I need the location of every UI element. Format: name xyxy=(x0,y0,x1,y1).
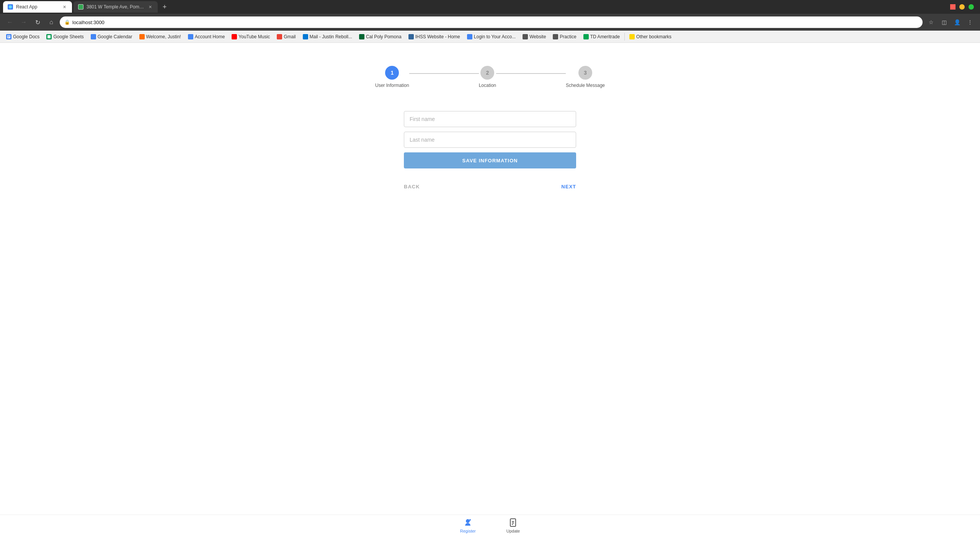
tab-close-maps[interactable]: ✕ xyxy=(147,4,153,10)
nav-label-register: Register xyxy=(460,529,476,533)
bookmark-td[interactable]: TD Ameritrade xyxy=(580,33,623,41)
tab-bar: React App ✕ 3801 W Temple Ave, Pomona, C… xyxy=(0,0,980,14)
address-bar[interactable]: 🔒 localhost:3000 xyxy=(60,16,923,28)
bookmark-login[interactable]: Login to Your Acco... xyxy=(464,33,519,41)
step-location: 2 Location xyxy=(479,66,496,88)
bookmark-favicon-other xyxy=(629,34,635,39)
bookmark-ihss[interactable]: IHSS Website - Home xyxy=(405,33,463,41)
step-number-2: 2 xyxy=(486,70,489,76)
bookmark-account-home[interactable]: Account Home xyxy=(185,33,228,41)
bookmark-website[interactable]: Website xyxy=(519,33,549,41)
address-text: localhost:3000 xyxy=(72,20,105,25)
first-name-input[interactable] xyxy=(404,111,576,127)
bookmark-favicon-login xyxy=(467,34,472,39)
bookmark-favicon-website xyxy=(523,34,528,39)
profile-button[interactable]: 👤 xyxy=(952,17,962,28)
user-info-form: SAVE INFORMATION xyxy=(404,111,576,168)
bookmark-youtube-music[interactable]: YouTube Music xyxy=(229,33,273,41)
step-number-1: 1 xyxy=(390,70,394,76)
next-button[interactable]: NEXT xyxy=(561,184,576,190)
nav-item-register[interactable]: Register xyxy=(460,518,476,533)
step-label-1: User Information xyxy=(375,83,409,88)
bookmark-favicon-ytmusic xyxy=(232,34,237,39)
bookmark-label-cal-poly: Cal Poly Pomona xyxy=(366,34,402,39)
bookmark-label-mail: Mail - Justin Reboll... xyxy=(310,34,352,39)
bookmark-favicon-gmail xyxy=(277,34,282,39)
tab-add-button[interactable]: + xyxy=(159,2,170,12)
toolbar-actions: ☆ ◫ 👤 ⋮ xyxy=(926,17,975,28)
step-schedule-message: 3 Schedule Message xyxy=(566,66,605,88)
svg-rect-4 xyxy=(8,36,10,37)
bookmark-favicon-docs xyxy=(6,34,11,39)
tab-favicon-react xyxy=(8,4,13,10)
bookmark-google-docs[interactable]: Google Docs xyxy=(3,33,42,41)
bookmark-star-button[interactable]: ☆ xyxy=(926,17,936,28)
bottom-navigation: Register Update xyxy=(0,515,980,536)
bookmarks-bar: Google Docs Google Sheets Google Calenda… xyxy=(0,31,980,43)
page-content: 1 User Information 2 Location 3 Schedule… xyxy=(0,43,980,515)
tab-react-app[interactable]: React App ✕ xyxy=(3,1,72,13)
svg-rect-6 xyxy=(47,35,51,38)
extensions-button[interactable]: ◫ xyxy=(939,17,949,28)
step-circle-2: 2 xyxy=(480,66,494,80)
bookmark-label-account: Account Home xyxy=(195,34,225,39)
bookmark-label-sheets: Google Sheets xyxy=(53,34,83,39)
bookmark-favicon-practice xyxy=(553,34,558,39)
svg-point-7 xyxy=(466,520,469,523)
step-line-1 xyxy=(409,73,479,74)
bookmark-label-td: TD Ameritrade xyxy=(590,34,620,39)
tab-title-maps: 3801 W Temple Ave, Pomona, C/... xyxy=(87,4,144,10)
bookmark-favicon-td xyxy=(583,34,589,39)
step-number-3: 3 xyxy=(584,70,587,76)
step-circle-3: 3 xyxy=(578,66,592,80)
bookmark-gmail[interactable]: Gmail xyxy=(274,33,299,41)
step-label-3: Schedule Message xyxy=(566,83,605,88)
window-close[interactable] xyxy=(950,4,956,10)
bookmark-label-website: Website xyxy=(529,34,546,39)
nav-label-update: Update xyxy=(506,529,520,533)
back-button[interactable]: BACK xyxy=(404,184,420,190)
bookmark-label-practice: Practice xyxy=(560,34,576,39)
save-information-button[interactable]: SAVE INFORMATION xyxy=(404,152,576,168)
window-minimize[interactable] xyxy=(959,4,965,10)
bookmark-other[interactable]: Other bookmarks xyxy=(626,33,675,41)
last-name-input[interactable] xyxy=(404,132,576,148)
bookmark-label-welcome: Welcome, Justin! xyxy=(146,34,181,39)
tab-title-react: React App xyxy=(16,4,37,10)
bookmark-favicon-account xyxy=(188,34,193,39)
bookmark-label-ytmusic: YouTube Music xyxy=(238,34,270,39)
bookmark-favicon-mail xyxy=(303,34,308,39)
tab-favicon-maps xyxy=(78,4,83,10)
step-label-2: Location xyxy=(479,83,496,88)
tab-close-react[interactable]: ✕ xyxy=(61,4,67,10)
bookmark-label-calendar: Google Calendar xyxy=(98,34,132,39)
bookmark-welcome[interactable]: Welcome, Justin! xyxy=(136,33,184,41)
bookmark-practice[interactable]: Practice xyxy=(550,33,579,41)
bookmark-label-ihss: IHSS Website - Home xyxy=(415,34,460,39)
back-nav-button[interactable]: ← xyxy=(5,17,15,28)
bookmark-favicon-welcome xyxy=(139,34,145,39)
svg-rect-3 xyxy=(8,36,10,36)
bookmark-favicon-ihss xyxy=(408,34,414,39)
bookmark-google-calendar[interactable]: Google Calendar xyxy=(88,33,136,41)
home-button[interactable]: ⌂ xyxy=(46,17,57,28)
browser-toolbar: ← → ↻ ⌂ 🔒 localhost:3000 ☆ ◫ 👤 ⋮ xyxy=(0,14,980,31)
step-user-information: 1 User Information xyxy=(375,66,409,88)
bookmark-mail-justin[interactable]: Mail - Justin Reboll... xyxy=(300,33,355,41)
stepper: 1 User Information 2 Location 3 Schedule… xyxy=(375,66,605,88)
tab-google-maps[interactable]: 3801 W Temple Ave, Pomona, C/... ✕ xyxy=(74,1,158,13)
bookmark-label-other: Other bookmarks xyxy=(636,34,671,39)
reload-button[interactable]: ↻ xyxy=(32,17,43,28)
bookmark-favicon-sheets xyxy=(46,34,52,39)
bookmark-label-docs: Google Docs xyxy=(13,34,39,39)
step-circle-1: 1 xyxy=(385,66,399,80)
forward-nav-button[interactable]: → xyxy=(18,17,29,28)
register-icon xyxy=(463,518,472,527)
window-maximize[interactable] xyxy=(969,4,974,10)
svg-point-1 xyxy=(79,5,82,8)
lock-icon: 🔒 xyxy=(64,20,70,25)
menu-button[interactable]: ⋮ xyxy=(965,17,975,28)
nav-item-update[interactable]: Update xyxy=(506,518,520,533)
bookmark-google-sheets[interactable]: Google Sheets xyxy=(43,33,87,41)
bookmark-cal-poly[interactable]: Cal Poly Pomona xyxy=(356,33,405,41)
